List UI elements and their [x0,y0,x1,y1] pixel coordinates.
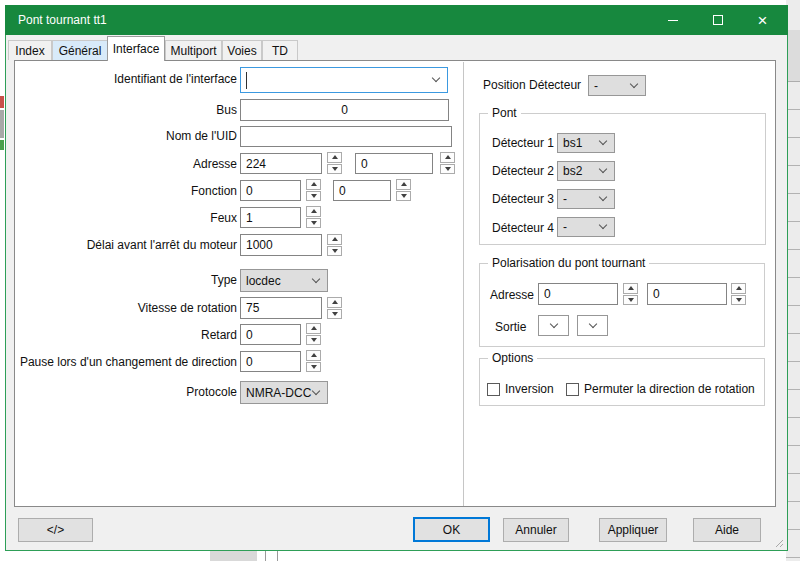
close-button[interactable]: × [740,5,785,35]
fonction-field-1[interactable]: 0 [240,180,301,201]
detecteur-1-dropdown[interactable]: bs1 [557,133,615,153]
sortie-dropdown-1[interactable] [538,315,569,336]
permuter-checkbox-label: Permuter la direction de rotation [584,382,755,396]
adresse-spinner-2 [440,152,455,174]
chevron-down-icon [599,221,607,229]
polarisation-adresse-value-1: 0 [544,287,551,301]
ok-button[interactable]: OK [413,517,490,542]
apply-button[interactable]: Appliquer [599,518,667,542]
code-view-button[interactable]: </> [18,518,93,542]
pause-field[interactable]: 0 [240,351,301,372]
fonction-label: Fonction [191,184,237,198]
tab-voies[interactable]: Voies [222,40,262,60]
vitesse-field[interactable]: 75 [240,297,322,319]
pause-value: 0 [246,355,253,369]
spin-down-button[interactable] [440,164,455,175]
protocole-value: NMRA-DCC [246,386,311,400]
arrow-up-icon [332,155,338,159]
chevron-down-icon [630,79,638,87]
delai-spinner [327,234,342,256]
checkbox-unchecked[interactable] [487,383,500,396]
spin-down-button[interactable] [396,191,411,202]
chevron-down-icon [599,137,607,145]
uid-name-label: Nom de l'UID [166,129,237,143]
spin-down-button[interactable] [306,335,321,346]
background-red-mark [0,96,4,108]
spin-up-button[interactable] [623,283,638,294]
spin-up-button[interactable] [327,152,342,163]
detecteur-3-dropdown[interactable]: - [557,189,615,209]
type-dropdown[interactable]: locdec [240,269,328,292]
tab-multiport[interactable]: Multiport [165,40,222,60]
spin-up-button[interactable] [396,179,411,190]
arrow-up-icon [736,286,742,290]
spin-down-button[interactable] [327,309,342,320]
arrow-up-icon [311,353,317,357]
spin-up-button[interactable] [306,179,321,190]
spin-down-button[interactable] [327,164,342,175]
spin-down-button[interactable] [327,246,342,257]
polarisation-spinner-1 [623,283,638,305]
tab-interface[interactable]: Interface [107,36,165,61]
interface-id-label: Identifiant de l'interface [114,72,237,86]
background-table-header [786,30,800,82]
spin-up-button[interactable] [306,206,321,217]
interface-id-combobox[interactable] [240,67,448,93]
spin-up-button[interactable] [440,152,455,163]
spin-up-button[interactable] [327,297,342,308]
position-detecteur-dropdown[interactable]: - [588,75,646,96]
adresse-value-1: 224 [246,157,266,171]
chevron-down-icon [312,386,320,394]
polarisation-adresse-field-2[interactable]: 0 [647,283,727,305]
arrow-up-icon [332,300,338,304]
detecteur-3-value: - [563,192,567,206]
sortie-dropdown-2[interactable] [577,315,608,336]
tab-general[interactable]: Général [52,40,108,60]
spin-up-button[interactable] [731,283,746,294]
delai-field[interactable]: 1000 [240,234,322,256]
background-table-rows [786,82,800,561]
feux-field[interactable]: 1 [240,207,301,228]
bus-field[interactable]: 0 [240,99,449,121]
spin-down-button[interactable] [306,191,321,202]
position-detecteur-value: - [594,79,598,93]
permuter-checkbox-row[interactable]: Permuter la direction de rotation [566,382,755,396]
cancel-button[interactable]: Annuler [503,518,569,542]
fonction-field-2[interactable]: 0 [333,180,391,201]
uid-name-field[interactable] [240,126,452,147]
apply-button-label: Appliquer [608,523,659,537]
detecteur-4-dropdown[interactable]: - [557,217,615,237]
spin-down-button[interactable] [623,295,638,306]
background-bottom-strip [0,551,786,561]
polarisation-spinner-2 [731,283,746,305]
feux-value: 1 [246,211,253,225]
adresse-field-1[interactable]: 224 [240,153,322,174]
spin-up-button[interactable] [327,234,342,245]
spin-down-button[interactable] [306,362,321,373]
chevron-down-icon [599,165,607,173]
fonction-value-2: 0 [339,184,346,198]
adresse-spinner-1 [327,152,342,174]
minimize-button[interactable] [650,5,695,35]
titlebar[interactable]: Pont tournant tt1 × [5,5,788,35]
spin-up-button[interactable] [306,350,321,361]
vitesse-label: Vitesse de rotation [138,301,237,315]
tab-index[interactable]: Index [8,40,52,60]
cancel-button-label: Annuler [515,523,556,537]
retard-field[interactable]: 0 [240,324,301,345]
vitesse-spinner [327,297,342,319]
checkbox-unchecked[interactable] [566,383,579,396]
spin-down-button[interactable] [306,218,321,229]
protocole-dropdown[interactable]: NMRA-DCC [240,381,328,404]
tab-td[interactable]: TD [262,40,298,60]
adresse-field-2[interactable]: 0 [355,153,433,174]
maximize-button[interactable] [695,5,740,35]
spin-down-button[interactable] [731,295,746,306]
text-caret [246,72,247,89]
help-button[interactable]: Aide [693,518,761,542]
detecteur-2-dropdown[interactable]: bs2 [557,161,615,181]
polarisation-adresse-field-1[interactable]: 0 [538,283,618,305]
inversion-checkbox-row[interactable]: Inversion [487,382,554,396]
spin-up-button[interactable] [306,323,321,334]
arrow-down-icon [401,194,407,198]
